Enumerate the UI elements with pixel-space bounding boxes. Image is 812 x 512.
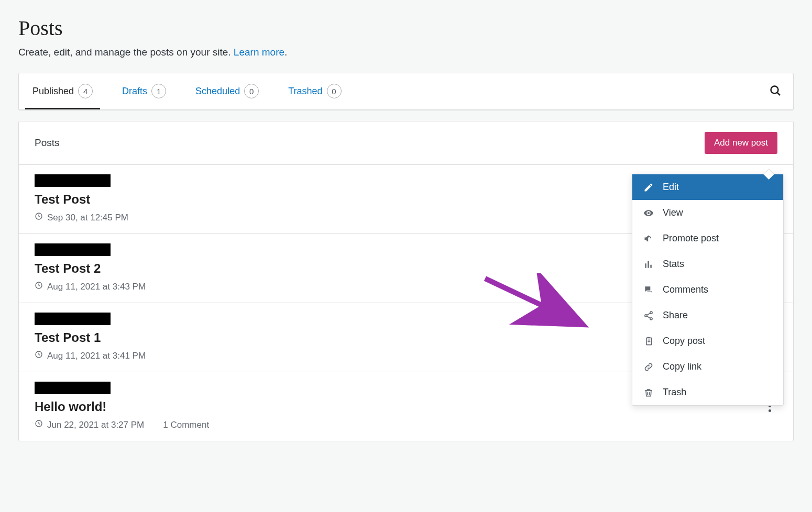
menu-item-label: View	[663, 207, 683, 218]
tab-scheduled[interactable]: Scheduled0	[188, 73, 266, 109]
clock-icon	[35, 419, 43, 430]
menu-item-trash[interactable]: Trash	[632, 380, 783, 405]
menu-item-copy-post[interactable]: Copy post	[632, 328, 783, 354]
menu-item-label: Share	[663, 310, 688, 321]
tab-published[interactable]: Published4	[25, 73, 100, 109]
subtitle-suffix: .	[284, 47, 287, 58]
svg-point-6	[650, 311, 652, 314]
menu-item-copy-link[interactable]: Copy link	[632, 354, 783, 380]
tab-count: 0	[244, 84, 259, 98]
stats-icon	[643, 259, 654, 270]
menu-item-label: Copy link	[663, 361, 701, 372]
menu-item-label: Edit	[663, 182, 679, 193]
post-meta: Jun 22, 2021 at 3:27 PM1 Comment	[35, 419, 762, 430]
tab-trashed[interactable]: Trashed0	[281, 73, 348, 109]
search-icon[interactable]	[764, 79, 787, 104]
tab-label: Published	[32, 86, 74, 97]
post-title[interactable]: Test Post	[35, 192, 695, 207]
svg-line-9	[647, 313, 650, 315]
post-comments-count[interactable]: 1 Comment	[163, 420, 209, 430]
menu-item-label: Stats	[663, 259, 684, 270]
post-date: Aug 11, 2021 at 3:43 PM	[47, 282, 146, 292]
post-date: Aug 11, 2021 at 3:41 PM	[47, 351, 146, 361]
svg-point-7	[645, 314, 647, 316]
svg-line-10	[647, 316, 650, 318]
author-redacted	[35, 382, 111, 394]
svg-point-8	[650, 317, 652, 319]
tabs-bar: Published4Drafts1Scheduled0Trashed0	[19, 73, 793, 110]
tab-label: Drafts	[122, 86, 147, 97]
share-icon	[643, 310, 654, 321]
tab-label: Trashed	[288, 86, 322, 97]
menu-item-comments[interactable]: Comments	[632, 277, 783, 303]
post-main: Test PostSep 30, at 12:45 PM	[35, 174, 695, 223]
menu-item-share[interactable]: Share	[632, 303, 783, 328]
list-header-title: Posts	[35, 137, 60, 149]
menu-item-stats[interactable]: Stats	[632, 251, 783, 277]
tab-label: Scheduled	[195, 86, 240, 97]
post-date: Jun 22, 2021 at 3:27 PM	[47, 420, 144, 430]
post-actions-menu: EditViewPromote postStatsCommentsShareCo…	[632, 174, 784, 406]
tab-count: 1	[151, 84, 166, 98]
menu-item-label: Trash	[663, 387, 686, 398]
menu-item-promote[interactable]: Promote post	[632, 226, 783, 251]
add-new-post-button[interactable]: Add new post	[705, 132, 777, 154]
copy-link-icon	[643, 362, 654, 372]
promote-icon	[643, 233, 654, 244]
post-date: Sep 30, at 12:45 PM	[47, 213, 128, 223]
author-redacted	[35, 313, 111, 325]
menu-item-view[interactable]: View	[632, 200, 783, 226]
svg-line-1	[777, 93, 780, 95]
clock-icon	[35, 212, 43, 223]
tabs-panel: Published4Drafts1Scheduled0Trashed0	[18, 73, 794, 110]
tab-count: 0	[327, 84, 342, 98]
author-redacted	[35, 243, 111, 256]
list-header: Posts Add new post	[19, 121, 793, 165]
page-title: Posts	[18, 16, 794, 40]
edit-icon	[643, 182, 654, 193]
clock-icon	[35, 350, 43, 361]
learn-more-link[interactable]: Learn more	[234, 47, 284, 58]
subtitle-text: Create, edit, and manage the posts on yo…	[18, 47, 234, 58]
copy-post-icon	[643, 336, 654, 347]
comments-icon	[643, 285, 654, 295]
clock-icon	[35, 281, 43, 292]
trash-icon	[643, 387, 654, 398]
posts-panel: Posts Add new post Test PostSep 30, at 1…	[18, 121, 794, 441]
tab-drafts[interactable]: Drafts1	[115, 73, 173, 109]
tab-count: 4	[78, 84, 93, 98]
svg-point-0	[771, 86, 778, 93]
menu-item-label: Copy post	[663, 336, 705, 347]
menu-item-label: Promote post	[663, 233, 719, 244]
author-redacted	[35, 174, 111, 187]
menu-item-edit[interactable]: Edit	[632, 174, 783, 200]
view-icon	[643, 208, 654, 218]
menu-item-label: Comments	[663, 284, 708, 295]
post-meta: Sep 30, at 12:45 PM	[35, 212, 695, 223]
page-subtitle: Create, edit, and manage the posts on yo…	[18, 47, 794, 58]
